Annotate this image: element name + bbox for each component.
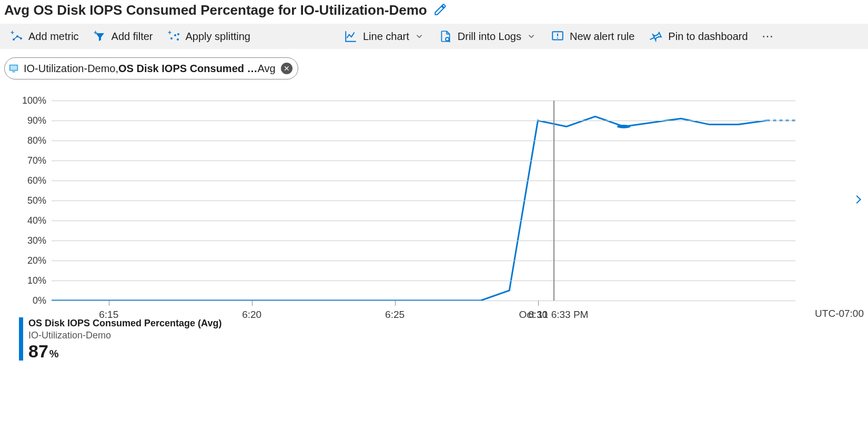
y-axis-label: 30%: [27, 235, 46, 246]
x-tick: [252, 301, 253, 306]
gridline: [52, 141, 795, 141]
chevron-down-icon: [527, 32, 536, 41]
gridline: [52, 301, 795, 301]
x-tick: [538, 301, 539, 306]
edit-title-icon[interactable]: [433, 3, 447, 18]
pill-metric: OS Disk IOPS Consumed …: [118, 63, 258, 75]
pill-resource: IO-Utilization-Demo: [24, 63, 115, 75]
legend-metric-name: OS Disk IOPS Consumed Percentage (Avg): [28, 317, 221, 329]
apply-splitting-icon: +: [168, 30, 180, 43]
gridline: [52, 281, 795, 281]
pin-to-dashboard-button[interactable]: Pin to dashboard: [642, 24, 755, 49]
more-actions-button[interactable]: ⋯: [755, 29, 780, 43]
timezone-label: UTC-07:00: [815, 308, 864, 319]
line-chart-icon: [344, 29, 358, 43]
svg-point-16: [617, 125, 630, 128]
gridline: [52, 121, 795, 121]
metric-pill[interactable]: IO-Utilization-Demo, OS Disk IOPS Consum…: [4, 57, 298, 79]
pill-agg: Avg: [258, 63, 276, 75]
add-filter-button[interactable]: + Add filter: [86, 24, 160, 49]
chart-toolbar: + Add metric + Add filter + Apply splitt…: [0, 24, 868, 49]
svg-text:+: +: [168, 30, 171, 36]
add-filter-label: Add filter: [112, 31, 153, 43]
new-alert-rule-button[interactable]: New alert rule: [543, 24, 642, 49]
y-axis-label: 50%: [27, 195, 46, 206]
chart-legend[interactable]: OS Disk IOPS Consumed Percentage (Avg) I…: [19, 317, 864, 361]
page-title: Avg OS Disk IOPS Consumed Percentage for…: [4, 2, 427, 18]
svg-point-8: [177, 38, 179, 41]
add-filter-icon: +: [94, 30, 106, 43]
svg-point-6: [170, 37, 173, 39]
x-axis-label: 6:25: [385, 309, 405, 321]
alert-icon: [551, 29, 564, 43]
expand-right-button[interactable]: [852, 191, 864, 211]
y-axis-label: 20%: [27, 255, 46, 266]
legend-unit: %: [49, 348, 59, 359]
x-axis-label: 6:20: [242, 309, 261, 321]
legend-value: 87: [28, 341, 48, 361]
svg-rect-14: [11, 66, 17, 70]
y-axis-label: 40%: [27, 215, 46, 226]
y-axis-label: 60%: [27, 175, 46, 186]
svg-point-9: [177, 33, 179, 35]
vm-icon: [8, 63, 19, 74]
svg-point-12: [557, 37, 558, 38]
drill-logs-icon: [439, 29, 452, 43]
legend-color-swatch: [19, 317, 23, 361]
svg-point-7: [174, 34, 176, 36]
pin-label: Pin to dashboard: [668, 31, 748, 43]
legend-resource-name: IO-Utilization-Demo: [28, 329, 221, 342]
gridline: [52, 181, 795, 181]
gridline: [52, 161, 795, 161]
gridline: [52, 241, 795, 241]
y-axis-label: 70%: [27, 155, 46, 166]
add-metric-label: Add metric: [28, 31, 79, 43]
chart-type-label: Line chart: [363, 31, 409, 43]
x-tick: [109, 301, 109, 306]
drill-into-logs-button[interactable]: Drill into Logs: [431, 24, 543, 49]
chevron-down-icon: [415, 32, 424, 41]
x-axis-label: 6:15: [99, 309, 118, 321]
svg-point-10: [446, 37, 449, 41]
new-alert-label: New alert rule: [570, 31, 634, 43]
x-tick: [395, 301, 396, 306]
pin-icon: [649, 29, 663, 43]
chart-type-button[interactable]: Line chart: [337, 24, 431, 49]
y-axis-label: 0%: [33, 295, 46, 306]
y-axis-label: 80%: [27, 135, 46, 146]
gridline: [52, 261, 795, 261]
apply-splitting-button[interactable]: + Apply splitting: [160, 24, 258, 49]
gridline: [52, 201, 795, 201]
drill-logs-label: Drill into Logs: [458, 31, 521, 43]
gridline: [52, 221, 795, 221]
add-metric-icon: +: [11, 30, 23, 43]
remove-metric-button[interactable]: ✕: [281, 63, 292, 74]
apply-splitting-label: Apply splitting: [186, 31, 250, 43]
svg-rect-15: [12, 72, 15, 73]
svg-text:+: +: [11, 30, 14, 36]
y-axis-label: 90%: [27, 115, 46, 126]
chart-area[interactable]: 100%90%80%70%60%50%40%30%20%10%0% 6:156:…: [4, 101, 864, 301]
y-axis-label: 10%: [27, 275, 46, 286]
add-metric-button[interactable]: + Add metric: [3, 24, 86, 49]
gridline: [52, 101, 795, 101]
cursor-label: Oct 11 6:33 PM: [519, 309, 588, 321]
cursor-line: [553, 101, 554, 301]
y-axis-label: 100%: [22, 95, 46, 106]
